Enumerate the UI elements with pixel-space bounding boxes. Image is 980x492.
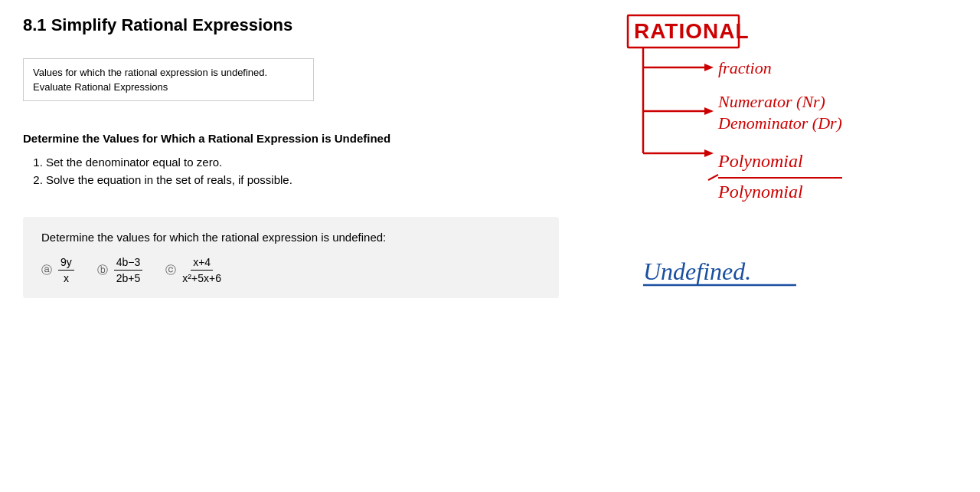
svg-text:Numerator  (Nr): Numerator (Nr) [717, 92, 825, 111]
outline-box: Values for which the rational expression… [23, 58, 314, 101]
svg-line-14 [708, 175, 718, 180]
expr-b: ⓑ 4b−3 2b+5 [97, 256, 143, 284]
expr-a-numerator: 9y [58, 256, 74, 271]
svg-text:fraction: fraction [718, 58, 772, 77]
expr-c: ⓒ x+4 x²+5x+6 [165, 256, 221, 284]
step-1: Set the denominator equal to zero. [46, 156, 559, 169]
fraction-a: 9y x [58, 256, 74, 284]
outline-item-2: Evaluate Rational Expressions [33, 80, 304, 94]
svg-text:Undefined.: Undefined. [643, 257, 751, 285]
svg-text:Polynomial: Polynomial [717, 182, 803, 202]
exercise-title: Determine the values for which the ratio… [41, 231, 541, 244]
svg-text:RATIONAL: RATIONAL [634, 19, 750, 43]
expr-a: ⓐ 9y x [41, 256, 74, 284]
expr-b-denominator: 2b+5 [116, 271, 141, 284]
diagram-area: RATIONAL fraction Numerator (Nr) Denomin… [582, 0, 980, 492]
expr-b-label: ⓑ [97, 264, 108, 277]
step-2: Solve the equation in the set of reals, … [46, 173, 559, 186]
fraction-c: x+4 x²+5x+6 [182, 256, 221, 284]
expr-c-numerator: x+4 [191, 256, 213, 271]
svg-text:Polynomial: Polynomial [717, 151, 803, 171]
svg-text:Denominator (Dr): Denominator (Dr) [717, 113, 842, 133]
steps-list: Set the denominator equal to zero. Solve… [23, 156, 559, 186]
expr-c-label: ⓒ [165, 264, 176, 277]
svg-marker-4 [704, 64, 714, 71]
section-heading: Determine the Values for Which a Rationa… [23, 132, 559, 145]
svg-marker-11 [704, 149, 714, 157]
expr-a-label: ⓐ [41, 264, 52, 277]
diagram-svg: RATIONAL fraction Numerator (Nr) Denomin… [582, 0, 980, 492]
svg-marker-7 [704, 107, 714, 115]
fraction-b: 4b−3 2b+5 [114, 256, 143, 284]
main-content: 8.1 Simplify Rational Expressions Values… [0, 0, 582, 492]
expr-b-numerator: 4b−3 [114, 256, 143, 271]
exercise-box: Determine the values for which the ratio… [23, 217, 559, 298]
page-title: 8.1 Simplify Rational Expressions [23, 15, 559, 35]
expr-c-denominator: x²+5x+6 [182, 271, 221, 284]
outline-item-1: Values for which the rational expression… [33, 65, 304, 80]
expr-a-denominator: x [64, 271, 69, 284]
expressions-row: ⓐ 9y x ⓑ 4b−3 2b+5 ⓒ x+4 x²+5x+6 [41, 256, 541, 284]
